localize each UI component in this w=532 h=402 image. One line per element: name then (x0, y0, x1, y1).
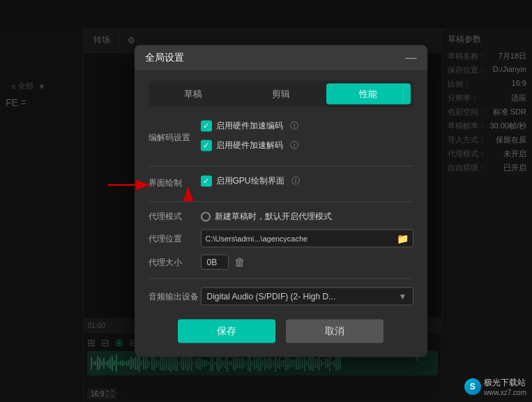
watermark: S 极光下载站 www.xz7.com (464, 377, 526, 396)
save-button[interactable]: 保存 (178, 320, 275, 343)
audio-device-value: Digital Audio (S/PDIF) (2- High D... (207, 292, 336, 302)
proxy-mode-radio[interactable] (201, 211, 211, 221)
proxy-size-content: 0B 🗑 (201, 255, 245, 270)
tab-edit[interactable]: 剪辑 (238, 84, 323, 105)
dialog-close-button[interactable]: — (406, 52, 417, 64)
proxy-mode-label: 代理模式 (149, 211, 201, 223)
hw-encode-row: 启用硬件加速编码 ⓘ (201, 120, 298, 132)
folder-icon[interactable]: 📁 (397, 233, 409, 244)
render-section: 界面绘制 启用GPU绘制界面 ⓘ (149, 175, 413, 191)
hw-encode-checkbox[interactable] (201, 120, 212, 131)
audio-device-row: 音频输出设备 Digital Audio (S/PDIF) (2- High D… (149, 288, 413, 306)
divider-2 (149, 202, 413, 202)
decode-label: 编解码设置 (149, 132, 201, 144)
watermark-site: 极光下载站 (484, 377, 526, 389)
proxy-location-row: 代理位置 C:\Users\admi...\agencycache 📁 (149, 230, 413, 248)
hw-decode-info: ⓘ (290, 140, 298, 151)
proxy-mode-text: 新建草稿时，默认开启代理模式 (215, 211, 332, 223)
dialog-tabs: 草稿 剪辑 性能 (149, 81, 413, 107)
trash-icon[interactable]: 🗑 (234, 256, 245, 269)
dialog-title: 全局设置 (145, 52, 184, 64)
cancel-button[interactable]: 取消 (286, 320, 383, 343)
tab-performance[interactable]: 性能 (326, 84, 411, 105)
watermark-logo: S (464, 378, 481, 395)
select-arrow-icon: ▼ (399, 292, 407, 302)
hw-encode-info: ⓘ (290, 120, 298, 132)
proxy-mode-row: 代理模式 新建草稿时，默认开启代理模式 (149, 211, 413, 223)
gpu-render-checkbox[interactable] (201, 175, 212, 186)
gpu-render-row: 启用GPU绘制界面 ⓘ (201, 175, 300, 187)
proxy-location-label: 代理位置 (149, 232, 201, 244)
hw-encode-label: 启用硬件加速编码 (216, 120, 283, 132)
audio-device-select[interactable]: Digital Audio (S/PDIF) (2- High D... ▼ (201, 288, 413, 306)
hw-decode-label: 启用硬件加速解码 (216, 140, 283, 151)
audio-device-label: 音频输出设备 (149, 290, 201, 302)
divider-3 (149, 278, 413, 279)
dialog-body: 草稿 剪辑 性能 编解码设置 启用硬件加速编码 ⓘ 启用硬件加速解码 ⓘ (135, 70, 427, 357)
gpu-render-label: 启用GPU绘制界面 (216, 175, 284, 187)
decode-options: 启用硬件加速编码 ⓘ 启用硬件加速解码 ⓘ (201, 120, 298, 156)
hw-decode-row: 启用硬件加速解码 ⓘ (201, 140, 298, 151)
render-section-row: 界面绘制 启用GPU绘制界面 ⓘ (149, 175, 413, 191)
proxy-size-value: 0B (201, 255, 229, 270)
dialog-footer: 保存 取消 (149, 320, 413, 343)
proxy-path-text: C:\Users\admi...\agencycache (206, 234, 308, 243)
decode-section: 编解码设置 启用硬件加速编码 ⓘ 启用硬件加速解码 ⓘ (149, 120, 413, 156)
watermark-text-container: 极光下载站 www.xz7.com (484, 377, 526, 396)
watermark-url: www.xz7.com (484, 389, 526, 396)
tab-draft[interactable]: 草稿 (151, 84, 236, 105)
settings-dialog: 全局设置 — 草稿 剪辑 性能 编解码设置 启用硬件加速编码 ⓘ (135, 45, 427, 357)
gpu-render-info: ⓘ (291, 175, 300, 187)
decode-section-header: 编解码设置 启用硬件加速编码 ⓘ 启用硬件加速解码 ⓘ (149, 120, 413, 156)
proxy-size-label: 代理大小 (149, 256, 201, 268)
render-label: 界面绘制 (149, 177, 201, 189)
proxy-size-row: 代理大小 0B 🗑 (149, 255, 413, 270)
proxy-path-input[interactable]: C:\Users\admi...\agencycache 📁 (201, 230, 413, 248)
divider-1 (149, 166, 413, 167)
hw-decode-checkbox[interactable] (201, 140, 212, 151)
dialog-titlebar: 全局设置 — (135, 45, 427, 70)
